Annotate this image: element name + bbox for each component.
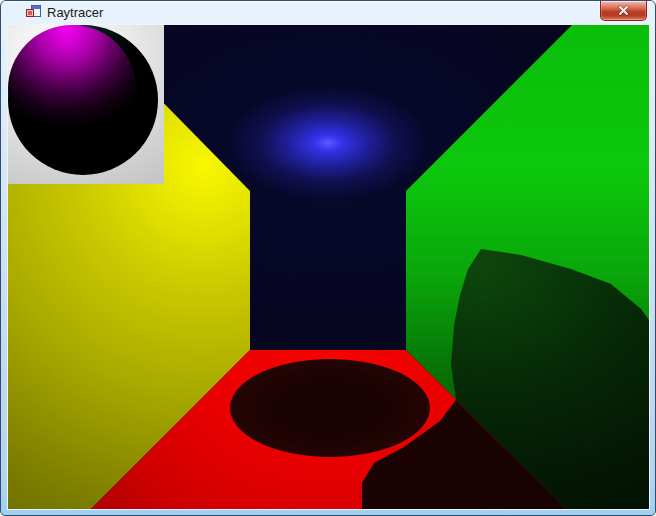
close-icon xyxy=(617,5,630,16)
render-viewport xyxy=(8,25,649,509)
magenta-highlight-sphere xyxy=(8,25,136,153)
close-button[interactable] xyxy=(600,1,647,21)
window-title: Raytracer xyxy=(47,5,103,20)
sphere-shadow-ellipse xyxy=(230,359,430,457)
app-icon xyxy=(26,5,42,21)
app-icon-front-window xyxy=(26,9,34,17)
title-bar[interactable]: Raytracer xyxy=(1,1,655,24)
app-window: Raytracer xyxy=(0,0,656,516)
